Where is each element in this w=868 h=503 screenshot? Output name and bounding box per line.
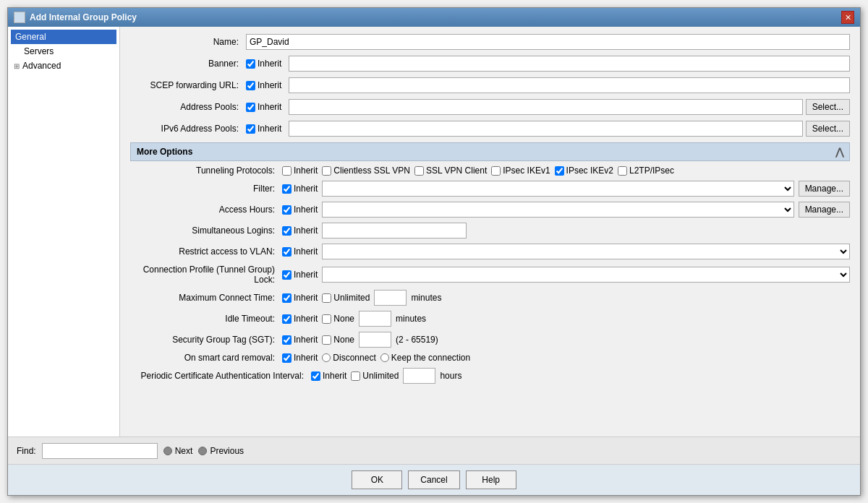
access-hours-inherit-label: Inherit — [294, 205, 318, 215]
ipsec-ikev2-label: IPsec IKEv2 — [566, 165, 613, 176]
filter-inherit-checkbox[interactable] — [282, 184, 292, 194]
help-button[interactable]: Help — [466, 470, 516, 489]
cert-auth-inherit-label: Inherit — [323, 371, 346, 381]
name-input[interactable] — [246, 34, 850, 50]
idle-timeout-inherit-check: Inherit — [282, 314, 318, 324]
cert-auth-input[interactable] — [403, 368, 435, 384]
sidebar-item-general[interactable]: General — [11, 30, 116, 44]
disconnect-item: Disconnect — [322, 353, 375, 363]
ipv6-pools-row-inner: Inherit Select... — [246, 121, 850, 137]
address-pools-inherit-checkbox[interactable] — [246, 103, 255, 112]
cancel-button[interactable]: Cancel — [408, 470, 459, 489]
ipv6-pools-inherit-checkbox[interactable] — [246, 124, 255, 134]
sgt-input[interactable] — [359, 332, 391, 348]
banner-input[interactable] — [289, 56, 850, 72]
sgt-inherit-checkbox[interactable] — [282, 335, 292, 345]
scep-row-inner: Inherit — [246, 77, 850, 93]
max-connect-minutes-label: minutes — [411, 293, 441, 303]
ssl-vpn-checkbox[interactable] — [414, 166, 424, 176]
smart-card-inherit-label: Inherit — [294, 353, 318, 363]
ipsec-ikev2-checkbox[interactable] — [555, 166, 564, 176]
idle-timeout-input[interactable] — [359, 311, 391, 327]
max-connect-unlimited-checkbox[interactable] — [322, 293, 331, 303]
filter-combo[interactable] — [322, 181, 793, 197]
scep-value: Inherit — [246, 77, 850, 93]
address-pools-value: Inherit Select... — [246, 99, 850, 115]
scep-inherit-check: Inherit — [246, 80, 281, 90]
scep-inherit-checkbox[interactable] — [246, 81, 255, 90]
sgt-none-checkbox[interactable] — [322, 335, 331, 345]
access-hours-combo[interactable] — [322, 202, 793, 218]
address-pools-inherit-label: Inherit — [258, 102, 281, 112]
vlan-rest — [322, 244, 850, 259]
ok-button[interactable]: OK — [352, 470, 402, 489]
sgt-none-label: None — [333, 335, 354, 345]
smart-card-inherit-checkbox[interactable] — [282, 353, 292, 363]
vlan-combo[interactable] — [322, 244, 850, 259]
address-pools-select-button[interactable]: Select... — [806, 99, 850, 115]
ipv6-pools-input[interactable] — [289, 121, 802, 137]
conn-profile-row: Connection Profile (Tunnel Group) Lock: … — [130, 265, 850, 285]
title-bar-left: Add Internal Group Policy — [14, 12, 137, 23]
conn-profile-inherit-checkbox[interactable] — [282, 270, 292, 280]
find-bar: Find: Next Previous — [8, 437, 860, 464]
simultaneous-logins-inherit-label: Inherit — [294, 225, 318, 236]
l2tp-ipsec-label: L2TP/IPsec — [629, 165, 674, 176]
sidebar-item-advanced[interactable]: ⊞ Advanced — [11, 59, 116, 73]
access-hours-manage-button[interactable]: Manage... — [799, 202, 850, 218]
ssl-vpn-label: SSL VPN Client — [426, 165, 487, 176]
simultaneous-logins-inherit-checkbox[interactable] — [282, 226, 292, 236]
l2tp-ipsec-checkbox[interactable] — [618, 166, 627, 176]
smart-card-row: On smart card removal: Inherit Disconnec… — [130, 353, 850, 363]
ipsec-ikev1-checkbox[interactable] — [491, 166, 501, 176]
previous-button[interactable]: Previous — [198, 446, 244, 456]
max-connect-inherit-checkbox[interactable] — [282, 293, 292, 303]
max-connect-label: Maximum Connect Time: — [130, 293, 282, 303]
max-connect-row: Maximum Connect Time: Inherit Unlimited … — [130, 290, 850, 306]
idle-timeout-inherit-checkbox[interactable] — [282, 314, 292, 324]
banner-inherit-checkbox[interactable] — [246, 59, 255, 69]
disconnect-radio[interactable] — [322, 353, 331, 362]
scep-input[interactable] — [289, 77, 850, 93]
cert-auth-row: Periodic Certificate Authentication Inte… — [130, 368, 850, 384]
conn-profile-combo[interactable] — [322, 267, 850, 283]
ipv6-pools-select-button[interactable]: Select... — [806, 121, 850, 137]
sidebar-item-servers[interactable]: Servers — [11, 44, 116, 59]
filter-inherit-label: Inherit — [294, 184, 318, 194]
sgt-row: Security Group Tag (SGT): Inherit None (… — [130, 332, 850, 348]
clientless-ssl-label: Clientless SSL VPN — [333, 165, 410, 176]
close-button[interactable]: ✕ — [841, 11, 854, 24]
sidebar-item-servers-label: Servers — [24, 46, 54, 56]
banner-row: Banner: Inherit — [130, 56, 850, 72]
prev-label: Previous — [210, 446, 244, 456]
access-hours-label: Access Hours: — [130, 205, 282, 215]
access-hours-row: Access Hours: Inherit Manage... — [130, 202, 850, 218]
vlan-inherit-check: Inherit — [282, 246, 318, 257]
smart-card-label: On smart card removal: — [130, 353, 282, 363]
simultaneous-logins-inherit-check: Inherit — [282, 225, 318, 236]
vlan-inherit-checkbox[interactable] — [282, 247, 292, 257]
ipv6-pools-inherit-check: Inherit — [246, 124, 281, 134]
keep-connection-radio[interactable] — [380, 353, 389, 362]
address-pools-input[interactable] — [289, 99, 802, 115]
max-connect-input[interactable] — [374, 290, 407, 306]
cert-auth-unlimited-checkbox[interactable] — [351, 371, 360, 381]
simultaneous-logins-label: Simultaneous Logins: — [130, 225, 282, 236]
idle-timeout-none-checkbox[interactable] — [322, 314, 331, 324]
tunneling-inherit-checkbox[interactable] — [282, 166, 292, 176]
filter-manage-button[interactable]: Manage... — [799, 181, 850, 197]
clientless-ssl-checkbox[interactable] — [322, 166, 331, 176]
ipsec-ikev2-item: IPsec IKEv2 — [555, 165, 613, 176]
ipv6-pools-inherit-label: Inherit — [258, 124, 281, 134]
simultaneous-logins-row: Simultaneous Logins: Inherit — [130, 223, 850, 238]
prev-icon — [198, 447, 207, 455]
cert-auth-inherit-checkbox[interactable] — [311, 371, 320, 381]
more-options-header[interactable]: More Options ⋀ — [130, 142, 850, 161]
access-hours-inherit-checkbox[interactable] — [282, 205, 292, 215]
next-button[interactable]: Next — [163, 446, 193, 456]
keep-connection-label: Keep the connection — [391, 353, 470, 363]
find-input[interactable] — [42, 443, 158, 459]
scep-label: SCEP forwarding URL: — [130, 80, 246, 90]
simultaneous-logins-input[interactable] — [322, 223, 467, 238]
filter-row: Filter: Inherit Manage... — [130, 181, 850, 197]
